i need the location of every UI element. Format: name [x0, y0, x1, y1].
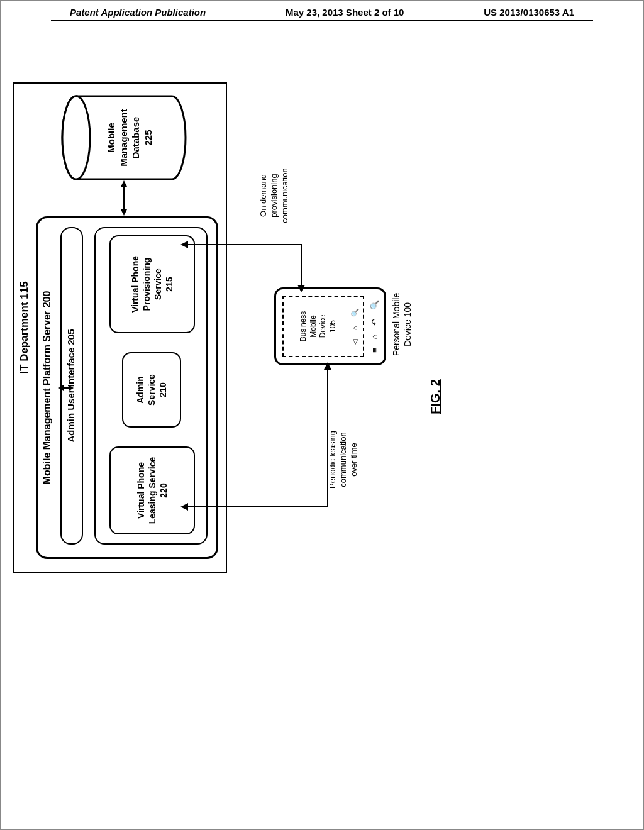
provisioning-service-l1: Virtual Phone	[130, 236, 141, 332]
arrow-leasing	[184, 362, 348, 519]
phone-screen-nav-icons: ◁ ⌂ 🔍	[350, 303, 359, 350]
phone-inner-l1: Business	[299, 297, 309, 356]
svg-marker-9	[324, 362, 331, 370]
svg-marker-4	[121, 209, 127, 216]
header-publication: Patent Application Publication	[70, 7, 206, 18]
phone-inner-l2: Mobile	[309, 297, 319, 356]
comm-left-l1: Periodic leasing	[328, 416, 338, 504]
menu-icon: ≡	[370, 348, 379, 353]
back-icon-dashed: ◁	[350, 340, 359, 345]
leasing-service-l2: Leasing Service	[147, 448, 158, 533]
provisioning-service-l4: 215	[164, 236, 175, 332]
it-department-label: IT Department 115	[18, 84, 31, 572]
svg-point-7	[62, 96, 90, 179]
phone-inner-l4: 105	[328, 297, 338, 356]
svg-marker-1	[58, 385, 64, 391]
home-icon-dashed: ⌂	[350, 326, 359, 331]
page: Patent Application Publication May 23, 2…	[0, 0, 644, 830]
diagram: IT Department 115 Mobile Management Plat…	[13, 221, 504, 573]
db-l2: Management	[118, 94, 130, 182]
figure-label: FIG. 2	[428, 221, 443, 573]
phone-inner-l3: Device	[318, 297, 328, 356]
search-icon: 🔍	[370, 300, 379, 310]
mmps-label: Mobile Management Platform Server 200	[38, 218, 53, 557]
provisioning-service-l3: Service	[152, 236, 164, 332]
db-l4: 225	[142, 94, 155, 182]
provisioning-service-box: Virtual Phone Provisioning Service 215	[109, 235, 195, 333]
business-mobile-device: Business Mobile Device 105 ◁ ⌂ 🔍	[282, 296, 364, 357]
arrow-provisioning	[184, 232, 323, 289]
leasing-communication-label: Periodic leasing communication over time	[328, 416, 360, 504]
phone-label-l1: Personal Mobile	[391, 271, 402, 378]
arrow-adminui-services	[58, 382, 74, 394]
database-label: Mobile Management Database 225	[105, 94, 154, 182]
phone-nav-icons: ≡ ⌂ ↶ 🔍	[370, 296, 379, 357]
comm-left-l2: communication	[338, 416, 349, 504]
admin-service-l1: Admin	[135, 353, 146, 426]
admin-service-l2: Service	[146, 353, 157, 426]
personal-mobile-device: Business Mobile Device 105 ◁ ⌂ 🔍 ≡ ⌂ ↶ 🔍	[274, 287, 386, 365]
arrow-mmps-database	[119, 180, 129, 216]
provisioning-communication-label: On demand provisioning communication	[258, 155, 291, 236]
svg-marker-2	[69, 385, 74, 391]
db-l1: Mobile	[105, 94, 118, 182]
admin-service-l3: 210	[157, 353, 169, 426]
comm-right-l2: provisioning	[269, 155, 280, 236]
header-pub-number: US 2013/0130653 A1	[484, 7, 574, 18]
leasing-service-l1: Virtual Phone	[135, 448, 147, 533]
comm-right-l1: On demand	[258, 155, 269, 236]
comm-left-l3: over time	[349, 416, 360, 504]
personal-mobile-device-label: Personal Mobile Device 100	[391, 271, 413, 378]
search-icon-dashed: 🔍	[350, 308, 359, 317]
db-l3: Database	[130, 94, 142, 182]
leasing-service-box: Virtual Phone Leasing Service 220	[109, 446, 195, 534]
header-rule	[51, 20, 593, 21]
comm-right-l3: communication	[280, 155, 291, 236]
phone-label-l2: Device 100	[402, 271, 413, 378]
database: Mobile Management Database 225	[61, 94, 187, 182]
back-icon: ↶	[370, 319, 379, 326]
page-header: Patent Application Publication May 23, 2…	[1, 1, 643, 20]
home-icon: ⌂	[370, 335, 379, 340]
admin-service-box: Admin Service 210	[122, 352, 181, 428]
provisioning-service-l2: Provisioning	[141, 236, 152, 332]
leasing-service-l3: 220	[158, 448, 169, 533]
header-date-sheet: May 23, 2013 Sheet 2 of 10	[286, 7, 404, 18]
